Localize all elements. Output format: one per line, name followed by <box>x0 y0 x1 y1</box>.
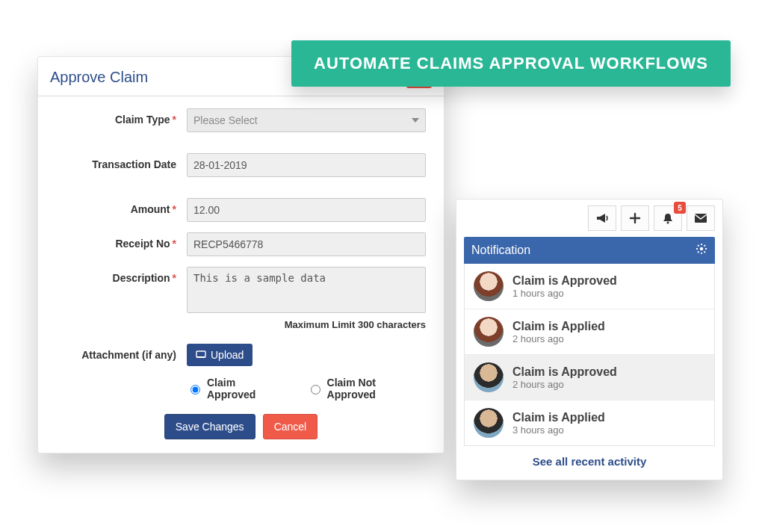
envelope-icon <box>694 213 707 223</box>
modal-footer: Save Changes Cancel <box>56 414 426 439</box>
notifications-button[interactable]: 5 <box>654 205 682 231</box>
row-attachment: Attachment (if any) Upload Claim Approve… <box>56 344 426 400</box>
claim-form: Claim Type* Please Select Transaction Da… <box>38 96 444 439</box>
radio-claim-approved[interactable]: Claim Approved <box>187 377 286 400</box>
required-asterisk: * <box>173 114 176 126</box>
label-amount: Amount* <box>56 198 187 215</box>
label-receipt-no: Receipt No* <box>56 232 187 250</box>
row-receipt-no: Receipt No* <box>56 232 426 256</box>
notification-item-time: 2 hours ago <box>512 333 605 344</box>
bell-icon <box>662 212 674 224</box>
avatar <box>474 408 504 438</box>
required-asterisk: * <box>173 272 176 284</box>
notification-item-title: Claim is Applied <box>512 320 605 333</box>
required-asterisk: * <box>173 203 176 215</box>
notification-item[interactable]: Claim is Applied3 hours ago <box>465 400 714 445</box>
notification-item-title: Claim is Applied <box>512 411 605 424</box>
upload-button[interactable]: Upload <box>187 344 253 366</box>
banner-text: AUTOMATE CLAIMS APPROVAL WORKFLOWS <box>314 54 708 73</box>
transaction-date-input[interactable] <box>187 153 426 177</box>
notification-header: Notification <box>464 237 715 264</box>
notification-item-time: 2 hours ago <box>512 379 617 390</box>
banner: AUTOMATE CLAIMS APPROVAL WORKFLOWS <box>291 40 731 87</box>
save-button[interactable]: Save Changes <box>164 414 255 439</box>
upload-label: Upload <box>211 349 244 361</box>
notification-panel: 5 Notification Claim is Approved1 hours … <box>456 199 723 480</box>
required-asterisk: * <box>173 238 176 250</box>
messages-button[interactable] <box>687 205 715 231</box>
label-transaction-date: Transaction Date <box>56 153 187 170</box>
notification-title: Notification <box>471 244 530 257</box>
upload-icon <box>196 349 206 361</box>
avatar <box>474 271 504 301</box>
claim-type-placeholder: Please Select <box>193 114 258 126</box>
description-textarea[interactable] <box>187 267 426 313</box>
row-claim-type: Claim Type* Please Select <box>56 108 426 132</box>
svg-point-4 <box>700 247 703 250</box>
avatar <box>474 362 504 392</box>
approval-radios: Claim Approved Claim Not Approved <box>187 377 426 400</box>
notification-item-time: 3 hours ago <box>512 424 605 436</box>
svg-point-2 <box>667 222 669 224</box>
svg-rect-1 <box>196 356 205 358</box>
chevron-down-icon <box>412 118 419 123</box>
claim-type-select[interactable]: Please Select <box>187 108 426 132</box>
label-attachment: Attachment (if any) <box>56 344 187 361</box>
notification-item-title: Claim is Approved <box>512 365 617 379</box>
plus-icon <box>629 212 641 224</box>
gear-icon[interactable] <box>696 243 707 258</box>
svg-rect-0 <box>196 351 205 357</box>
announcement-button[interactable] <box>588 205 616 231</box>
label-description: Description* <box>56 267 187 284</box>
radio-claim-approved-input[interactable] <box>190 385 200 395</box>
amount-input[interactable] <box>187 198 426 222</box>
notification-item-title: Claim is Approved <box>512 274 617 288</box>
see-all-link[interactable]: See all recent activity <box>464 446 715 469</box>
row-amount: Amount* <box>56 198 426 222</box>
toolbar-icons: 5 <box>464 205 715 231</box>
radio-claim-not-approved-input[interactable] <box>311 385 320 395</box>
megaphone-icon <box>595 212 609 224</box>
notification-item[interactable]: Claim is Applied2 hours ago <box>465 309 714 355</box>
cancel-button[interactable]: Cancel <box>263 414 318 439</box>
row-transaction-date: Transaction Date <box>56 153 426 177</box>
modal-title: Approve Claim <box>50 69 148 86</box>
row-description: Description* Maximum Limit 300 character… <box>56 267 426 330</box>
add-button[interactable] <box>621 205 649 231</box>
notification-list: Claim is Approved1 hours agoClaim is App… <box>464 264 715 446</box>
notification-item-time: 1 hours ago <box>512 288 617 299</box>
notification-item[interactable]: Claim is Approved2 hours ago <box>465 355 714 400</box>
label-claim-type: Claim Type* <box>56 108 187 126</box>
notification-item[interactable]: Claim is Approved1 hours ago <box>465 264 714 309</box>
description-helper: Maximum Limit 300 characters <box>187 319 426 330</box>
notification-badge: 5 <box>674 202 686 214</box>
radio-claim-not-approved[interactable]: Claim Not Approved <box>307 377 426 400</box>
approve-claim-modal: Approve Claim Claim Type* Please Select … <box>37 56 444 454</box>
svg-rect-3 <box>695 214 707 223</box>
receipt-no-input[interactable] <box>187 232 426 256</box>
avatar <box>474 317 504 347</box>
